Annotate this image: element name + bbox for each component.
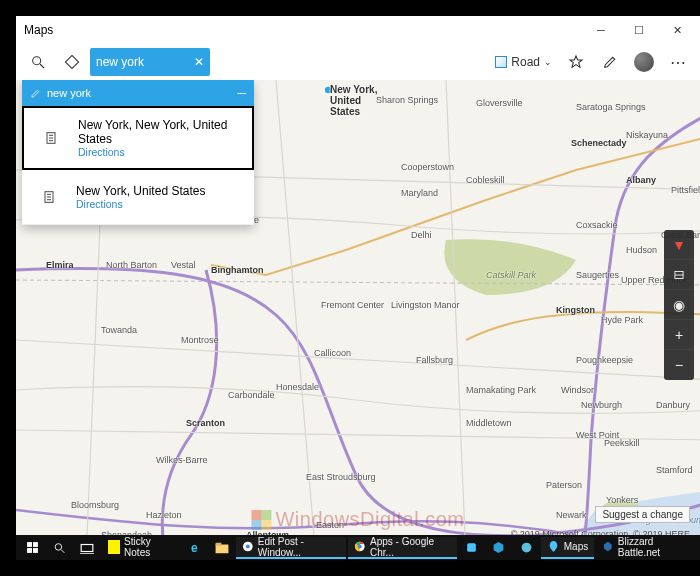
search-results-header-text: new york xyxy=(47,87,231,99)
map-style-label: Road xyxy=(511,55,540,69)
tool-icon[interactable] xyxy=(514,537,539,559)
favorites-icon[interactable] xyxy=(560,46,592,78)
chevron-down-icon: ⌄ xyxy=(544,57,552,67)
svg-rect-19 xyxy=(27,548,32,553)
svg-rect-26 xyxy=(215,542,221,545)
place-icon xyxy=(34,121,68,155)
result-directions-link[interactable]: Directions xyxy=(78,146,242,158)
svg-point-21 xyxy=(55,543,62,550)
sticky-notes-icon xyxy=(108,540,121,554)
search-results-dropdown: new york ─ New York, New York, United St… xyxy=(22,80,254,225)
search-results-header[interactable]: new york ─ xyxy=(22,80,254,106)
zoom-out-button[interactable]: − xyxy=(664,350,694,380)
result-directions-link[interactable]: Directions xyxy=(76,198,244,210)
svg-point-32 xyxy=(521,543,531,553)
taskbar-item[interactable]: Edit Post - Window... xyxy=(236,537,346,559)
explorer-icon[interactable] xyxy=(209,537,234,559)
compass-button[interactable]: ▼ xyxy=(664,230,694,260)
svg-rect-20 xyxy=(33,548,38,553)
svg-rect-18 xyxy=(33,542,38,547)
svg-point-28 xyxy=(246,545,250,549)
titlebar: Maps ─ ☐ ✕ xyxy=(16,16,700,44)
tool-icon[interactable] xyxy=(459,537,484,559)
search-icon[interactable] xyxy=(22,46,54,78)
clear-search-icon[interactable]: ✕ xyxy=(194,55,204,69)
locate-button[interactable]: ◉ xyxy=(664,290,694,320)
search-result-item[interactable]: New York, United States Directions xyxy=(22,170,254,225)
svg-rect-25 xyxy=(215,544,228,553)
svg-rect-31 xyxy=(467,543,476,552)
map-controls: ▼ ◉ + − xyxy=(664,230,694,380)
taskbar-item[interactable]: Blizzard Battle.net xyxy=(596,537,696,559)
result-title: New York, United States xyxy=(76,184,244,198)
search-taskbar-icon[interactable] xyxy=(47,537,72,559)
svg-point-0 xyxy=(33,57,41,65)
svg-rect-23 xyxy=(81,544,93,551)
start-button[interactable] xyxy=(20,537,45,559)
taskbar-item[interactable]: Apps - Google Chr... xyxy=(348,537,457,559)
edge-icon[interactable]: e xyxy=(182,537,207,559)
search-text: new york xyxy=(96,55,194,69)
tool-icon[interactable] xyxy=(486,537,511,559)
search-result-item[interactable]: New York, New York, United States Direct… xyxy=(22,106,254,170)
place-icon xyxy=(32,180,66,214)
toolbar: new york ✕ Road ⌄ ⋯ xyxy=(16,44,700,80)
suggest-change-button[interactable]: Suggest a change xyxy=(595,506,690,523)
map-style-button[interactable]: Road ⌄ xyxy=(489,55,558,69)
minimize-button[interactable]: ─ xyxy=(582,17,620,43)
taskbar: Sticky Notes e Edit Post - Window... App… xyxy=(16,535,700,560)
svg-line-22 xyxy=(61,549,64,552)
taskbar-item[interactable]: Maps xyxy=(541,537,594,559)
svg-point-30 xyxy=(358,545,362,549)
collapse-icon[interactable]: ─ xyxy=(237,86,246,100)
search-input[interactable]: new york ✕ xyxy=(90,48,210,76)
svg-point-6 xyxy=(324,86,332,94)
account-avatar[interactable] xyxy=(628,46,660,78)
svg-rect-2 xyxy=(65,55,78,68)
svg-line-1 xyxy=(40,64,44,68)
close-button[interactable]: ✕ xyxy=(658,17,696,43)
map-style-icon xyxy=(495,56,507,68)
taskview-icon[interactable] xyxy=(74,537,99,559)
ink-icon[interactable] xyxy=(594,46,626,78)
svg-marker-3 xyxy=(570,56,582,67)
window-title: Maps xyxy=(24,23,582,37)
svg-rect-17 xyxy=(27,542,32,547)
directions-icon[interactable] xyxy=(56,46,88,78)
map-canvas[interactable]: New York, United States Sharon SpringsGl… xyxy=(16,80,700,551)
zoom-in-button[interactable]: + xyxy=(664,320,694,350)
tilt-button[interactable] xyxy=(664,260,694,290)
result-title: New York, New York, United States xyxy=(78,118,242,146)
taskbar-item[interactable]: Sticky Notes xyxy=(102,537,180,559)
maximize-button[interactable]: ☐ xyxy=(620,17,658,43)
more-icon[interactable]: ⋯ xyxy=(662,46,694,78)
maps-window: Maps ─ ☐ ✕ new york ✕ Road ⌄ xyxy=(16,16,700,551)
